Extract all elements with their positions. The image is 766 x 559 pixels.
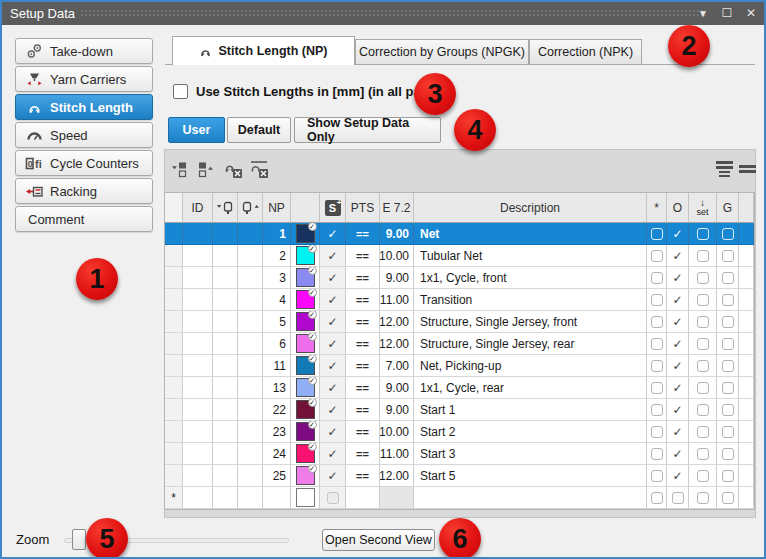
g-checkbox[interactable] <box>722 426 734 438</box>
table-row[interactable]: 2✓✓==10.00Tubular Net✓ <box>165 245 754 267</box>
id-cell[interactable] <box>183 333 213 355</box>
color-swatch[interactable]: ✓ <box>296 312 315 331</box>
set-cell[interactable] <box>689 487 717 509</box>
e-cell[interactable] <box>380 487 414 509</box>
description-cell[interactable]: Net, Picking-up <box>414 355 647 377</box>
id-cell[interactable] <box>183 245 213 267</box>
star-cell[interactable] <box>647 399 667 421</box>
o-cell[interactable]: ✓ <box>667 465 689 487</box>
description-cell[interactable]: Net <box>414 223 647 245</box>
set-checkbox[interactable] <box>697 228 709 240</box>
sidebar-item-comment[interactable]: Comment <box>15 206 153 232</box>
g-checkbox[interactable] <box>722 492 734 504</box>
np-cell[interactable]: 24 <box>263 443 291 465</box>
color-swatch[interactable]: ✓ <box>296 290 315 309</box>
g-checkbox[interactable] <box>722 404 734 416</box>
color-cell[interactable]: ✓ <box>291 267 320 289</box>
row-header-cell[interactable] <box>165 399 183 421</box>
sidebar-item-cycle-counters[interactable]: 0fiCycle Counters <box>15 150 153 176</box>
pts-cell[interactable]: == <box>346 355 380 377</box>
set-checkbox[interactable] <box>697 294 709 306</box>
star-cell[interactable] <box>647 355 667 377</box>
np-cell[interactable]: 1 <box>263 223 291 245</box>
id-cell[interactable] <box>183 223 213 245</box>
color-swatch[interactable]: ✓ <box>296 444 315 463</box>
delete-all-stitch-lengths-icon[interactable] <box>248 159 270 179</box>
star-checkbox[interactable] <box>651 360 663 372</box>
s-cell[interactable]: ✓ <box>320 421 346 443</box>
g-cell[interactable] <box>717 223 739 245</box>
description-cell[interactable]: Transition <box>414 289 647 311</box>
tab-correction-npk[interactable]: Correction (NPK) <box>529 39 642 64</box>
s-cell[interactable]: ✓ <box>320 289 346 311</box>
needle-down-cell[interactable] <box>213 421 238 443</box>
tab-correction-by-groups[interactable]: Correction by Groups (NPGK) <box>355 39 529 64</box>
np-cell[interactable]: 23 <box>263 421 291 443</box>
e-cell[interactable]: 10.00 <box>380 245 414 267</box>
color-cell[interactable]: ✓ <box>291 245 320 267</box>
e-cell[interactable]: 11.00 <box>380 289 414 311</box>
color-swatch[interactable]: ✓ <box>296 268 315 287</box>
s-cell[interactable]: ✓ <box>320 333 346 355</box>
id-cell[interactable] <box>183 421 213 443</box>
description-cell[interactable]: Structure, Single Jersey, rear <box>414 333 647 355</box>
e-cell[interactable]: 9.00 <box>380 267 414 289</box>
pts-cell[interactable]: == <box>346 289 380 311</box>
s-cell[interactable]: ✓ <box>320 245 346 267</box>
pts-cell[interactable]: == <box>346 421 380 443</box>
e-cell[interactable]: 12.00 <box>380 465 414 487</box>
color-swatch[interactable]: ✓ <box>296 466 315 485</box>
row-header-cell[interactable] <box>165 267 183 289</box>
set-checkbox[interactable] <box>697 316 709 328</box>
id-cell[interactable] <box>183 465 213 487</box>
row-header-cell[interactable] <box>165 443 183 465</box>
table-row[interactable]: 4✓✓==11.00Transition✓ <box>165 289 754 311</box>
np-cell[interactable]: 4 <box>263 289 291 311</box>
needle-up-cell[interactable] <box>238 245 263 267</box>
needle-up-cell[interactable] <box>238 399 263 421</box>
o-cell[interactable]: ✓ <box>667 399 689 421</box>
needle-down-arrow-icon[interactable] <box>213 193 238 223</box>
description-cell[interactable]: Start 2 <box>414 421 647 443</box>
g-cell[interactable] <box>717 267 739 289</box>
g-cell[interactable] <box>717 355 739 377</box>
star-cell[interactable] <box>647 377 667 399</box>
setup-s-icon[interactable]: S+ <box>320 193 346 223</box>
np-cell[interactable]: 22 <box>263 399 291 421</box>
o-cell[interactable]: ✓ <box>667 377 689 399</box>
g-checkbox[interactable] <box>722 448 734 460</box>
col-pts[interactable]: PTS <box>346 193 380 223</box>
star-checkbox[interactable] <box>651 294 663 306</box>
g-checkbox[interactable] <box>722 360 734 372</box>
col-color[interactable] <box>291 193 320 223</box>
description-cell[interactable]: Structure, Single Jersey, front <box>414 311 647 333</box>
row-header-cell[interactable] <box>165 465 183 487</box>
needle-down-cell[interactable] <box>213 443 238 465</box>
needle-down-cell[interactable] <box>213 355 238 377</box>
pts-cell[interactable]: == <box>346 465 380 487</box>
dropdown-arrow-icon[interactable]: ▼ <box>696 2 710 25</box>
tab-stitch-length-np[interactable]: Stitch Length (NP) <box>172 36 355 65</box>
pts-cell[interactable] <box>346 487 380 509</box>
s-cell[interactable]: ✓ <box>320 465 346 487</box>
needle-down-cell[interactable] <box>213 399 238 421</box>
o-cell[interactable]: ✓ <box>667 223 689 245</box>
needle-up-cell[interactable] <box>238 421 263 443</box>
np-cell[interactable]: 5 <box>263 311 291 333</box>
star-cell[interactable] <box>647 223 667 245</box>
pts-cell[interactable]: == <box>346 443 380 465</box>
s-cell[interactable]: ✓ <box>320 399 346 421</box>
set-cell[interactable] <box>689 421 717 443</box>
set-cell[interactable] <box>689 443 717 465</box>
e-cell[interactable]: 9.00 <box>380 223 414 245</box>
set-checkbox[interactable] <box>697 250 709 262</box>
color-cell[interactable]: ✓ <box>291 377 320 399</box>
g-cell[interactable] <box>717 443 739 465</box>
g-checkbox[interactable] <box>722 228 734 240</box>
e-cell[interactable]: 9.00 <box>380 399 414 421</box>
row-header-cell[interactable] <box>165 311 183 333</box>
set-checkbox[interactable] <box>697 448 709 460</box>
set-checkbox[interactable] <box>697 338 709 350</box>
set-checkbox[interactable] <box>697 360 709 372</box>
set-checkbox[interactable] <box>697 272 709 284</box>
